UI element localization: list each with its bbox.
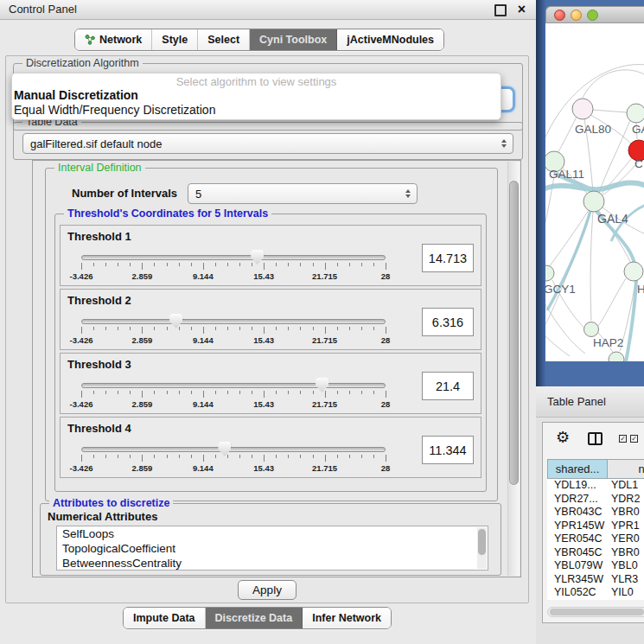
table-row[interactable]: YBR043CYBR0 <box>547 506 644 520</box>
threshold-panel: Threshold 3-3.4262.8599.14415.4321.71528… <box>60 353 481 414</box>
network-window-titlebar[interactable] <box>545 6 644 23</box>
table-cell[interactable]: YDR27... <box>547 493 608 507</box>
table-cell[interactable]: YBR0 <box>608 546 644 560</box>
tick-mark <box>373 327 374 330</box>
slider-track[interactable] <box>81 383 386 388</box>
column-header-na[interactable]: na <box>608 459 644 479</box>
tick-mark <box>130 327 131 330</box>
tab-style[interactable]: Style <box>152 29 198 50</box>
vertical-scrollbar-thumb[interactable] <box>509 181 519 485</box>
attribute-item[interactable]: BetweennessCentrality <box>57 556 488 571</box>
table-cell[interactable]: YDR2 <box>608 493 644 507</box>
table-cell[interactable]: YPR145W <box>547 520 608 533</box>
minimize-button[interactable] <box>571 10 582 21</box>
network-node[interactable] <box>584 322 599 337</box>
threshold-value-field[interactable]: 6.316 <box>422 308 474 336</box>
slider-track[interactable] <box>81 255 386 260</box>
number-of-intervals-combo[interactable]: 5 <box>188 183 418 204</box>
table-cell[interactable]: YBL079W <box>547 559 608 573</box>
table-cell[interactable]: YDL19... <box>547 479 608 493</box>
network-node[interactable] <box>545 265 554 281</box>
table-cell[interactable]: YIL052C <box>547 586 608 600</box>
tick-mark <box>179 263 180 266</box>
tab-infer-network[interactable]: Infer Network <box>303 608 391 628</box>
slider-track[interactable] <box>81 447 386 452</box>
threshold-value-field[interactable]: 21.4 <box>422 372 474 400</box>
tick-mark <box>81 455 82 462</box>
table-row[interactable]: YDL19...YDL1 <box>547 479 644 493</box>
tick-mark <box>167 455 168 458</box>
interval-definition-title: Interval Definition <box>54 162 145 174</box>
network-node[interactable] <box>609 352 624 361</box>
slider-tick-labels: -3.4262.8599.14415.4321.71528 <box>81 271 386 281</box>
table-row[interactable]: YPR145WYPR1 <box>547 520 644 533</box>
tab-select[interactable]: Select <box>198 29 250 50</box>
table-cell[interactable]: YIL0 <box>608 586 644 600</box>
tick-mark <box>105 327 106 330</box>
network-node[interactable] <box>583 191 604 212</box>
vertical-scrollbar[interactable] <box>507 162 520 576</box>
table-cell[interactable]: YBR043C <box>547 506 608 520</box>
close-button[interactable] <box>554 10 565 21</box>
network-node[interactable] <box>572 99 593 119</box>
table-row[interactable]: YBR045CYBR0 <box>547 546 644 560</box>
checkbox-icon[interactable]: ✓ <box>630 435 638 443</box>
table-cell[interactable]: YER054C <box>547 532 608 546</box>
table-cell[interactable]: YER0 <box>608 532 644 546</box>
float-window-icon[interactable] <box>494 4 507 16</box>
horizontal-scrollbar-thumb[interactable] <box>550 609 644 615</box>
tab-jactivemnodules[interactable]: jActiveMNodules <box>337 29 443 50</box>
close-icon[interactable]: × <box>518 0 526 19</box>
tick-mark <box>227 391 228 394</box>
table-cell[interactable]: YBR045C <box>547 546 608 560</box>
tab-impute-data[interactable]: Impute Data <box>124 608 206 628</box>
threshold-value-field[interactable]: 14.713 <box>422 244 474 272</box>
table-row[interactable]: YBL079WYBL0 <box>547 559 644 573</box>
tick-label: 28 <box>381 399 391 409</box>
table-row[interactable]: YLR345WYLR3 <box>547 573 644 587</box>
tick-mark <box>288 263 289 266</box>
tick-mark <box>227 263 228 266</box>
tick-label: 21.715 <box>312 271 337 281</box>
checkbox-icon[interactable]: ✓ <box>619 435 627 443</box>
apply-button[interactable]: Apply <box>238 580 296 600</box>
table-row[interactable]: YDR27...YDR2 <box>547 493 644 507</box>
algorithm-option[interactable]: Equal Width/Frequency Discretization <box>12 103 501 118</box>
tick-mark <box>252 327 252 330</box>
table-row[interactable]: YER054CYER0 <box>547 532 644 546</box>
table-cell[interactable]: YBR0 <box>608 506 644 520</box>
list-scrollbar-thumb[interactable] <box>478 529 486 555</box>
tick-mark <box>81 263 82 270</box>
table-data-combo[interactable]: galFiltered.sif default node <box>22 133 513 154</box>
table-cell[interactable]: YLR3 <box>608 573 644 587</box>
tab-cyni-toolbox[interactable]: Cyni Toolbox <box>250 29 337 50</box>
tick-mark <box>215 263 216 266</box>
table-cell[interactable]: YPR1 <box>608 520 644 533</box>
algorithm-option[interactable]: Manual Discretization <box>12 88 501 103</box>
list-scrollbar[interactable] <box>477 527 487 569</box>
network-node[interactable] <box>627 104 644 123</box>
tab-network[interactable]: Network <box>75 29 152 50</box>
table-cell[interactable]: YLR345W <box>547 573 608 587</box>
network-canvas[interactable]: GAL80GACGAL11GAL4GCY1HAHAP2 <box>545 23 644 361</box>
tab-label: Network <box>99 34 142 46</box>
numerical-attributes-list: SelfLoopsTopologicalCoefficientBetweenne… <box>56 526 488 571</box>
tick-mark <box>349 391 350 394</box>
zoom-button[interactable] <box>587 10 598 21</box>
attribute-item[interactable]: TopologicalCoefficient <box>57 541 488 556</box>
network-node[interactable] <box>624 262 643 281</box>
table-cell[interactable]: YBL0 <box>608 559 644 573</box>
table-row[interactable]: YIL052CYIL0 <box>547 586 644 600</box>
threshold-value-field[interactable]: 11.344 <box>422 436 474 464</box>
tick-mark <box>300 455 301 458</box>
split-panel-icon[interactable] <box>588 432 603 445</box>
horizontal-scrollbar[interactable] <box>547 607 644 617</box>
tab-discretize-data[interactable]: Discretize Data <box>206 608 303 628</box>
gear-icon[interactable]: ⚙ <box>556 428 570 447</box>
column-header-shared[interactable]: shared... <box>547 459 608 479</box>
table-cell[interactable]: YDL1 <box>608 479 644 493</box>
tick-mark <box>361 455 362 458</box>
table-panel: Table Panel ⚙ ✓ ✓ shared...na YDL19...YD… <box>536 386 644 644</box>
slider-track[interactable] <box>81 319 386 324</box>
attribute-item[interactable]: SelfLoops <box>57 526 488 541</box>
